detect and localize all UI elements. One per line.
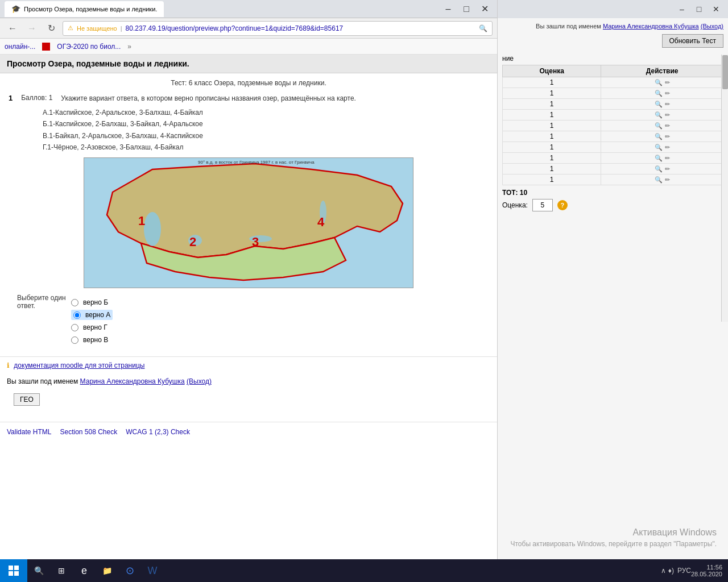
section-508-link[interactable]: Section 508 Check	[60, 428, 117, 436]
browser-tab[interactable]: 🎓 Просмотр Озера, подземные воды и ледни…	[5, 1, 164, 17]
view-icon[interactable]: 🔍	[655, 165, 663, 173]
table-row: 1 🔍 ✏	[503, 153, 723, 164]
task-view-button[interactable]: ⊞	[50, 559, 73, 582]
radio-a[interactable]	[73, 311, 81, 319]
maximize-button[interactable]: □	[458, 1, 474, 17]
reload-button[interactable]: ↻	[43, 20, 59, 36]
right-logout-link[interactable]: (Выход)	[701, 23, 723, 30]
edit-icon[interactable]: ✏	[665, 101, 670, 108]
edit-icon[interactable]: ✏	[665, 176, 670, 184]
bookmark-oge[interactable]: ОГЭ-2020 по биол...	[57, 43, 121, 51]
view-icon[interactable]: 🔍	[655, 133, 663, 140]
help-icon[interactable]: ?	[557, 200, 568, 210]
view-icon[interactable]: 🔍	[655, 155, 663, 162]
oge-icon	[42, 43, 50, 51]
edit-icon[interactable]: ✏	[665, 111, 670, 119]
svg-rect-12	[9, 566, 13, 570]
answer-c: В.1-Байкал, 2-Аральское, 3-Балхаш, 4-Кас…	[43, 130, 489, 142]
table-row: 1 🔍 ✏	[503, 110, 723, 120]
edit-icon[interactable]: ✏	[665, 90, 670, 97]
bookmark-online[interactable]: онлайн-...	[5, 43, 35, 51]
user-name-link[interactable]: Марина Александровна Кубушка	[80, 377, 185, 385]
table-row: 1 🔍 ✏	[503, 88, 723, 99]
date-display: 28.05.2020	[691, 571, 722, 577]
radio-item-g[interactable]: верно Г	[71, 322, 113, 332]
table-row: 1 🔍 ✏	[503, 120, 723, 131]
svg-text:3: 3	[252, 235, 259, 249]
clock-display: 11:56 28.05.2020	[691, 564, 722, 577]
grade-input[interactable]	[532, 199, 553, 211]
edit-icon[interactable]: ✏	[665, 133, 670, 140]
address-bar[interactable]: ⚠ Не защищено | 80.237.49.19/question/pr…	[63, 21, 493, 36]
question-text: Укажите вариант ответа, в котором верно …	[61, 94, 489, 103]
radio-b-label: верно Б	[83, 298, 108, 306]
svg-text:4: 4	[317, 215, 325, 229]
score-cell: 1	[503, 120, 601, 131]
results-label: ние	[502, 55, 723, 63]
edit-icon[interactable]: ✏	[665, 165, 670, 173]
file-explorer-taskbar[interactable]: 📁	[96, 559, 118, 582]
grade-label: Оценка:	[502, 201, 528, 209]
validate-html-link[interactable]: Validate HTML	[7, 428, 51, 436]
view-icon[interactable]: 🔍	[655, 101, 663, 108]
radio-item-a[interactable]: верно А	[71, 310, 113, 320]
word-taskbar[interactable]: W	[141, 559, 164, 582]
edit-icon[interactable]: ✏	[665, 144, 670, 151]
search-button[interactable]: 🔍	[27, 559, 50, 582]
address-search-icon: 🔍	[479, 24, 487, 32]
wcag-link[interactable]: WCAG 1 (2,3) Check	[126, 428, 190, 436]
question-header: 1 Баллов: 1 Укажите вариант ответа, в ко…	[9, 94, 489, 103]
bookmarks-more[interactable]: »	[127, 43, 131, 51]
edge-browser-taskbar[interactable]: e	[73, 559, 96, 582]
score-cell: 1	[503, 142, 601, 153]
start-button[interactable]	[0, 559, 27, 582]
svg-point-3	[144, 212, 161, 246]
view-icon[interactable]: 🔍	[655, 144, 663, 151]
view-icon[interactable]: 🔍	[655, 122, 663, 130]
radio-group: верно Б верно А верно Г	[71, 297, 113, 345]
view-icon[interactable]: 🔍	[655, 176, 663, 184]
score-cell: 1	[503, 131, 601, 142]
logout-link[interactable]: (Выход)	[187, 377, 212, 385]
radio-g[interactable]	[71, 324, 78, 331]
action-cell: 🔍 ✏	[601, 142, 723, 153]
total-row: ТОТ: 10	[502, 189, 723, 197]
bookmarks-bar: онлайн-... ОГЭ-2020 по биол... »	[0, 39, 497, 55]
view-icon[interactable]: 🔍	[655, 111, 663, 119]
answer-a: А.1-Каспийское, 2-Аральское, 3-Балхаш, 4…	[43, 107, 489, 118]
spacer	[0, 410, 497, 422]
quiz-subtitle: Тест: 6 класс Озера, подземные воды и ле…	[9, 79, 489, 87]
language-indicator: РУС	[677, 567, 691, 575]
system-tray: ∧ ♦) РУС	[661, 567, 690, 575]
docs-link[interactable]: документация moodle для этой страницы	[14, 361, 144, 369]
radio-v[interactable]	[71, 336, 78, 344]
update-test-button[interactable]: Обновить Тест	[662, 34, 724, 48]
radio-item-v[interactable]: верно В	[71, 335, 113, 345]
geo-button[interactable]: ГЕО	[14, 393, 40, 406]
forward-button[interactable]: →	[24, 20, 40, 36]
answer-b: Б.1-Каспийское, 2-Балхаш, 3-Байкал, 4-Ар…	[43, 118, 489, 130]
right-close-btn[interactable]: ✕	[709, 2, 723, 16]
back-button[interactable]: ←	[5, 20, 20, 36]
radio-b[interactable]	[71, 299, 78, 306]
minimize-button[interactable]: –	[440, 1, 456, 17]
right-user-link[interactable]: Марина Александровна Кубушка	[603, 23, 699, 30]
map-svg: 1 2 3 4 90° в.д. в восток от Гринвича 19…	[84, 158, 413, 288]
edit-icon[interactable]: ✏	[665, 155, 670, 162]
page-title: Просмотр Озера, подземные воды и ледники…	[7, 59, 189, 68]
right-minimize-btn[interactable]: –	[675, 2, 689, 16]
chrome-taskbar[interactable]: ⊙	[118, 559, 141, 582]
close-button[interactable]: ✕	[477, 1, 493, 17]
edit-icon[interactable]: ✏	[665, 79, 670, 86]
radio-item-b[interactable]: верно Б	[71, 297, 113, 307]
view-icon[interactable]: 🔍	[655, 90, 663, 97]
svg-text:90° в.д. в восток от Гринвича : 90° в.д. в восток от Гринвича 1987 г. в …	[198, 160, 315, 165]
edit-icon[interactable]: ✏	[665, 122, 670, 130]
time-display: 11:56	[691, 564, 722, 571]
view-icon[interactable]: 🔍	[655, 79, 663, 86]
radio-section-wrapper: Выберите один ответ. верно Б верно А	[17, 294, 489, 345]
right-maximize-btn[interactable]: □	[692, 2, 706, 16]
tray-icons: ∧ ♦)	[661, 567, 673, 575]
grade-row: Оценка: ?	[502, 199, 723, 211]
right-panel-controls: – □ ✕	[498, 0, 728, 18]
